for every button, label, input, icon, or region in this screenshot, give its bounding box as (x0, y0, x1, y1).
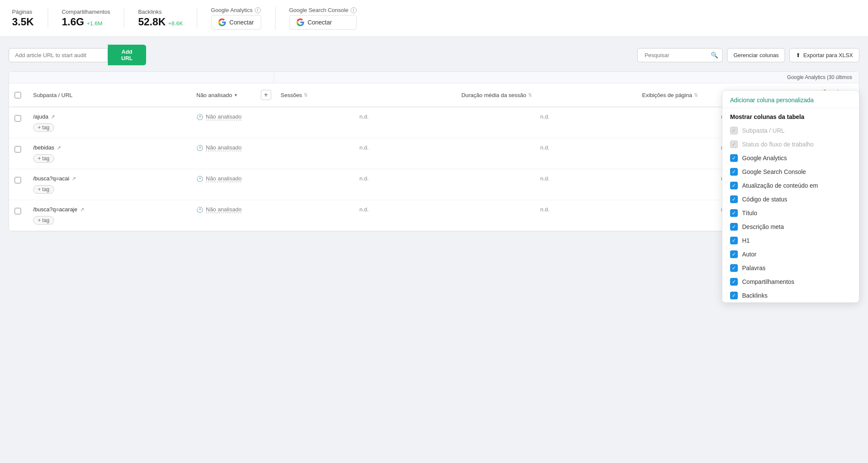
search-icon[interactable]: 🔍 (711, 52, 718, 58)
header-checkbox[interactable] (9, 87, 26, 104)
col-checkbox-check[interactable]: ✓ (730, 195, 738, 203)
gsc-label: Google Search Console i (289, 7, 357, 13)
add-url-button[interactable]: Add URL (108, 45, 146, 65)
row-url-text-0: /ajuda (33, 113, 48, 120)
row-status-0: 🕐 Não analisado (189, 107, 258, 126)
row-duration-2: n.d. (455, 169, 636, 188)
not-analyzed-3[interactable]: Não analisado (206, 206, 241, 213)
add-tag-btn-3[interactable]: + tag (33, 216, 54, 225)
dropdown-col-item[interactable]: ✓Google Search Console (722, 165, 859, 179)
row-duration-0: n.d. (455, 107, 636, 126)
row-sessions-3: n.d. (274, 200, 455, 219)
add-tag-btn-0[interactable]: + tag (33, 123, 54, 132)
add-tag-btn-2[interactable]: + tag (33, 185, 54, 194)
show-cols-label: Mostrar colunas da tabela (722, 108, 859, 124)
col-item-label: Status do fluxo de trabalho (742, 141, 814, 148)
stat-shares: Compartilhamentos 1.6G+1.6M (62, 9, 125, 28)
dropdown-col-item[interactable]: ✓Código de status (722, 192, 859, 206)
col-item-label: Atualização de conteúdo em (742, 182, 818, 189)
row-url-link-1[interactable]: /bebidas ↗ (33, 144, 183, 151)
row-url-text-3: /busca?q=acaraje (33, 206, 77, 213)
manage-columns-dropdown: Adicionar coluna personalizada Mostrar c… (722, 90, 859, 232)
ga-connect-label: Conectar (229, 19, 254, 26)
google-analytics-label: Google Analytics i (211, 7, 261, 13)
row-url-link-3[interactable]: /busca?q=acaraje ↗ (33, 206, 183, 213)
row-sessions-2: n.d. (274, 169, 455, 188)
col-checkbox-check[interactable]: ✓ (730, 209, 738, 217)
col-plus[interactable]: + (258, 90, 274, 100)
external-link-icon-3[interactable]: ↗ (80, 207, 84, 213)
clock-icon-3: 🕐 (196, 207, 203, 213)
add-custom-column-link[interactable]: Adicionar coluna personalizada (730, 97, 814, 104)
google-g-icon-gsc (296, 18, 304, 26)
row-url-1: /bebidas ↗ + tag (26, 138, 189, 169)
export-icon: ⬆ (796, 52, 801, 58)
google-g-icon (218, 18, 226, 26)
dropdown-col-item[interactable]: ✓Título (722, 206, 859, 220)
col-checkbox-check: ✓ (730, 140, 738, 148)
col-checkbox-check[interactable]: ✓ (730, 182, 738, 189)
gsc-info-icon[interactable]: i (351, 7, 357, 13)
row-url-text-2: /busca?q=acai (33, 175, 69, 182)
export-button[interactable]: ⬆ Exportar para XLSX (789, 48, 859, 62)
url-input[interactable] (9, 48, 108, 62)
not-analyzed-1[interactable]: Não analisado (206, 144, 241, 151)
google-search-console-connect-btn[interactable]: Conectar (289, 15, 357, 30)
stat-pages-label: Páginas (12, 9, 34, 15)
dropdown-col-item: ✓Status do fluxo de trabalho (722, 137, 859, 151)
row-url-link-2[interactable]: /busca?q=acai ↗ (33, 175, 183, 182)
row-url-2: /busca?q=acai ↗ + tag (26, 169, 189, 200)
add-tag-btn-1[interactable]: + tag (33, 154, 54, 163)
stat-shares-value: 1.6G+1.6M (62, 16, 110, 28)
external-link-icon-2[interactable]: ↗ (72, 176, 76, 182)
stat-backlinks-value: 52.8K+8.6K (138, 16, 183, 28)
row-checkbox-0[interactable] (9, 107, 26, 129)
status-chevron-icon: ▾ (235, 92, 237, 98)
dropdown-col-item[interactable]: ✓Descrição meta (722, 220, 859, 232)
col-checkbox-check[interactable]: ✓ (730, 154, 738, 162)
dropdown-col-item[interactable]: ✓Atualização de conteúdo em (722, 179, 859, 192)
row-url-link-0[interactable]: /ajuda ↗ (33, 113, 183, 120)
not-analyzed-0[interactable]: Não analisado (206, 113, 241, 120)
col-header-sessions: Sessões ⇅ (274, 87, 455, 104)
sessions-sort-icon[interactable]: ⇅ (304, 92, 308, 98)
col-item-label: Descrição meta (742, 223, 784, 230)
row-url-3: /busca?q=acaraje ↗ + tag (26, 200, 189, 231)
pageviews-sort-icon[interactable]: ⇅ (694, 92, 698, 98)
col-item-label: Subpasta / URL (742, 127, 785, 134)
not-analyzed-2[interactable]: Não analisado (206, 175, 241, 182)
add-column-button[interactable]: + (261, 90, 271, 100)
row-duration-3: n.d. (455, 200, 636, 219)
google-search-console-section: Google Search Console i Conectar (289, 7, 370, 30)
row-checkbox-3[interactable] (9, 200, 26, 222)
dropdown-col-item: ✓Subpasta / URL (722, 124, 859, 137)
col-item-label: Google Search Console (742, 168, 806, 175)
row-checkbox-1[interactable] (9, 138, 26, 160)
ga-header-row: Google Analytics (30 últimos (9, 72, 859, 83)
clock-icon-0: 🕐 (196, 114, 203, 120)
col-checkbox-check[interactable]: ✓ (730, 223, 738, 231)
clock-icon-1: 🕐 (196, 145, 203, 151)
col-item-label: Título (742, 210, 757, 216)
col-checkbox-check: ✓ (730, 127, 738, 134)
search-input[interactable] (642, 49, 711, 62)
ga-info-icon[interactable]: i (255, 7, 261, 13)
col-item-label: Google Analytics (742, 155, 787, 161)
columns-list: ✓Subpasta / URL✓Status do fluxo de traba… (722, 124, 859, 232)
export-label: Exportar para XLSX (803, 52, 853, 58)
col-header-status[interactable]: Não analisado ▾ (189, 87, 258, 104)
row-url-text-1: /bebidas (33, 144, 54, 151)
manage-columns-button[interactable]: Gerenciar colunas (727, 48, 785, 62)
stat-backlinks-label: Backlinks (138, 9, 183, 15)
dropdown-col-item[interactable]: ✓Google Analytics (722, 151, 859, 165)
external-link-icon-0[interactable]: ↗ (51, 114, 55, 120)
url-input-wrap: Add URL (9, 45, 146, 65)
row-checkbox-2[interactable] (9, 169, 26, 191)
stat-backlinks: Backlinks 52.8K+8.6K (138, 9, 197, 28)
duration-sort-icon[interactable]: ⇅ (528, 92, 532, 98)
google-analytics-connect-btn[interactable]: Conectar (211, 15, 261, 30)
select-all-checkbox[interactable] (15, 92, 21, 98)
external-link-icon-1[interactable]: ↗ (57, 145, 61, 151)
col-checkbox-check[interactable]: ✓ (730, 168, 738, 176)
row-duration-1: n.d. (455, 138, 636, 157)
